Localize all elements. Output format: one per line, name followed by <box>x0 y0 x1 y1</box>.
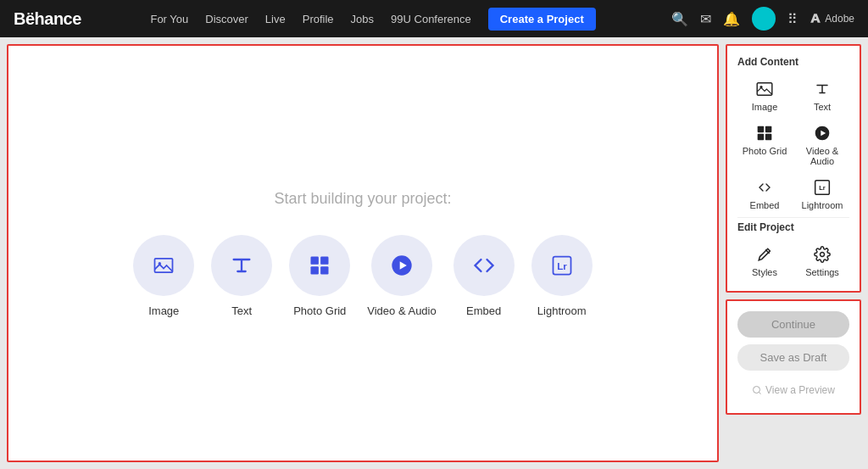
svg-rect-14 <box>758 134 765 141</box>
sidebar-embed-icon <box>756 178 773 197</box>
svg-point-20 <box>821 253 825 257</box>
sidebar-item-video-audio[interactable]: Video & Audio <box>795 120 849 170</box>
content-options: Image Text Photo Grid V <box>133 235 592 317</box>
text-circle <box>211 235 272 296</box>
svg-rect-15 <box>765 134 772 141</box>
sidebar-item-settings[interactable]: Settings <box>795 242 849 281</box>
nav-right-icons: 🔍 ✉ 🔔 ⠿ Adobe <box>671 7 854 31</box>
adobe-logo: Adobe <box>810 13 854 25</box>
avatar[interactable] <box>752 7 776 31</box>
preview-button[interactable]: View a Preview <box>737 377 849 403</box>
sidebar-item-image[interactable]: Image <box>737 76 792 115</box>
canvas-area: Start building your project: Image Text <box>7 44 719 462</box>
sidebar-image-icon <box>756 80 773 98</box>
svg-rect-5 <box>320 266 328 274</box>
search-icon[interactable]: 🔍 <box>671 11 688 27</box>
sidebar-photo-grid-label: Photo Grid <box>743 146 787 156</box>
sidebar-item-photo-grid[interactable]: Photo Grid <box>737 120 792 170</box>
nav-links: For You Discover Live Profile Jobs 99U C… <box>108 8 637 31</box>
navbar: Bëhance For You Discover Live Profile Jo… <box>0 0 868 37</box>
sidebar-lightroom-label: Lightroom <box>802 200 843 210</box>
text-label: Text <box>231 304 252 317</box>
save-draft-button[interactable]: Save as Draft <box>737 344 849 371</box>
svg-rect-2 <box>311 256 319 264</box>
video-audio-circle <box>371 235 432 296</box>
sidebar-item-text[interactable]: Text <box>795 76 849 115</box>
svg-rect-3 <box>320 256 328 264</box>
embed-label: Embed <box>466 304 501 317</box>
content-option-video-audio[interactable]: Video & Audio <box>367 235 436 317</box>
action-panel: Continue Save as Draft View a Preview <box>726 299 861 415</box>
sidebar-styles-icon <box>757 245 772 264</box>
image-label: Image <box>148 304 179 317</box>
svg-point-11 <box>760 86 762 88</box>
sidebar-styles-label: Styles <box>752 267 777 277</box>
sidebar-video-audio-label: Video & Audio <box>797 146 848 166</box>
sidebar-item-styles[interactable]: Styles <box>737 242 792 281</box>
sidebar: Add Content Image Text <box>726 44 861 462</box>
lightroom-label: Lightroom <box>537 304 587 317</box>
add-content-title: Add Content <box>737 56 849 68</box>
photo-grid-label: Photo Grid <box>293 304 346 317</box>
add-content-grid: Image Text Photo Grid <box>737 76 849 214</box>
svg-rect-13 <box>765 126 772 133</box>
image-circle <box>133 235 194 296</box>
canvas-prompt: Start building your project: <box>274 190 451 208</box>
content-option-image[interactable]: Image <box>133 235 194 317</box>
nav-discover[interactable]: Discover <box>205 13 248 25</box>
sidebar-text-label: Text <box>814 102 831 112</box>
embed-circle <box>453 235 515 296</box>
preview-label: View a Preview <box>765 384 835 396</box>
svg-text:Lr: Lr <box>819 184 826 192</box>
edit-project-grid: Styles Settings <box>737 242 849 281</box>
sidebar-settings-label: Settings <box>805 267 839 277</box>
svg-rect-12 <box>758 126 765 133</box>
video-audio-label: Video & Audio <box>367 304 436 317</box>
sidebar-lightroom-icon: Lr <box>814 178 831 197</box>
nav-99u[interactable]: 99U Conference <box>391 13 471 25</box>
photo-grid-circle <box>289 235 350 296</box>
sidebar-settings-icon <box>814 245 831 264</box>
behance-logo[interactable]: Bëhance <box>14 9 81 29</box>
sidebar-item-lightroom[interactable]: Lr Lightroom <box>795 175 849 214</box>
nav-profile[interactable]: Profile <box>303 13 334 25</box>
svg-rect-0 <box>155 258 173 271</box>
content-option-embed[interactable]: Embed <box>453 235 515 317</box>
create-project-button[interactable]: Create a Project <box>488 8 596 31</box>
nav-for-you[interactable]: For You <box>150 13 188 25</box>
sidebar-embed-label: Embed <box>750 200 780 210</box>
notifications-icon[interactable]: 🔔 <box>723 11 740 27</box>
sidebar-image-label: Image <box>752 102 778 112</box>
lightroom-circle: Lr <box>531 235 593 296</box>
sidebar-item-embed[interactable]: Embed <box>737 175 792 214</box>
content-option-text[interactable]: Text <box>211 235 272 317</box>
sidebar-video-audio-icon <box>814 124 831 142</box>
sidebar-photo-grid-icon <box>756 124 773 142</box>
svg-point-21 <box>754 387 760 394</box>
main-layout: Start building your project: Image Text <box>0 37 868 469</box>
edit-project-title: Edit Project <box>737 221 849 233</box>
content-option-lightroom[interactable]: Lr Lightroom <box>531 235 593 317</box>
add-content-panel: Add Content Image Text <box>726 44 861 293</box>
nav-live[interactable]: Live <box>265 13 286 25</box>
nav-jobs[interactable]: Jobs <box>351 13 374 25</box>
svg-rect-4 <box>311 266 319 274</box>
panel-divider <box>737 217 849 218</box>
svg-point-1 <box>159 261 162 265</box>
continue-button[interactable]: Continue <box>737 311 849 338</box>
content-option-photo-grid[interactable]: Photo Grid <box>289 235 350 317</box>
svg-text:Lr: Lr <box>557 260 567 271</box>
grid-icon[interactable]: ⠿ <box>787 11 798 27</box>
messages-icon[interactable]: ✉ <box>700 11 711 27</box>
sidebar-text-icon <box>815 80 830 98</box>
